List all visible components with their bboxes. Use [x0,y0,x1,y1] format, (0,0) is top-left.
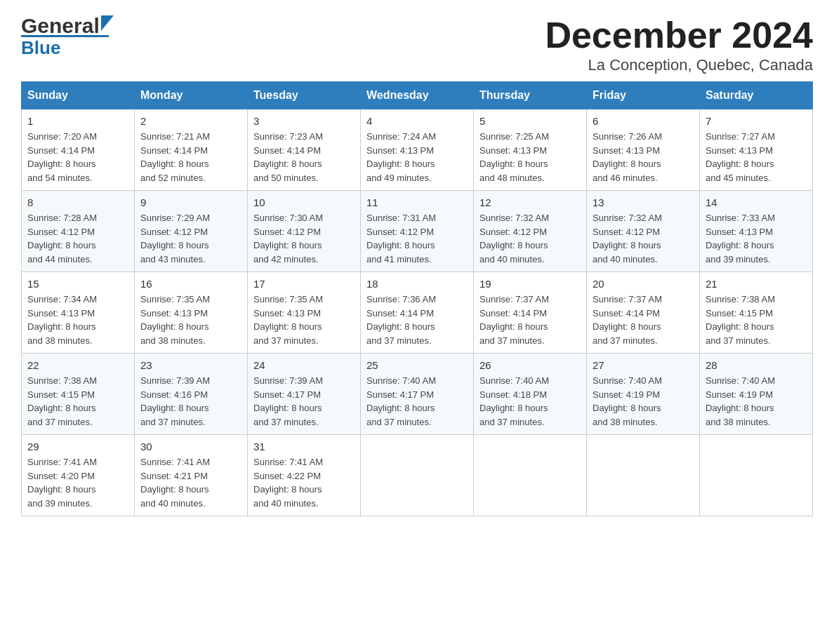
day-number: 25 [366,359,468,371]
logo: General Blue [21,14,114,59]
day-info: Sunrise: 7:21 AM Sunset: 4:14 PM Dayligh… [140,130,241,185]
header-monday: Monday [135,82,248,109]
calendar-cell: 12 Sunrise: 7:32 AM Sunset: 4:12 PM Dayl… [474,191,587,272]
day-number: 20 [593,278,694,290]
calendar-week-row: 29 Sunrise: 7:41 AM Sunset: 4:20 PM Dayl… [22,435,813,516]
calendar-cell: 6 Sunrise: 7:26 AM Sunset: 4:13 PM Dayli… [587,109,700,191]
calendar-week-row: 15 Sunrise: 7:34 AM Sunset: 4:13 PM Dayl… [22,272,813,354]
day-info: Sunrise: 7:36 AM Sunset: 4:14 PM Dayligh… [366,293,468,347]
day-number: 26 [479,359,581,371]
day-info: Sunrise: 7:41 AM Sunset: 4:22 PM Dayligh… [253,455,355,510]
calendar-cell: 25 Sunrise: 7:40 AM Sunset: 4:17 PM Dayl… [361,354,474,435]
day-number: 10 [253,196,355,208]
calendar-cell: 8 Sunrise: 7:28 AM Sunset: 4:12 PM Dayli… [22,191,135,272]
day-number: 6 [593,115,694,127]
calendar-cell: 5 Sunrise: 7:25 AM Sunset: 4:13 PM Dayli… [474,109,587,191]
calendar-cell: 17 Sunrise: 7:35 AM Sunset: 4:13 PM Dayl… [248,272,361,354]
day-number: 30 [140,441,241,452]
logo-general-text: General [21,14,100,38]
calendar-cell: 21 Sunrise: 7:38 AM Sunset: 4:15 PM Dayl… [700,272,813,354]
page-title: December 2024 [545,14,813,56]
day-info: Sunrise: 7:31 AM Sunset: 4:12 PM Dayligh… [366,211,468,266]
day-info: Sunrise: 7:38 AM Sunset: 4:15 PM Dayligh… [706,293,807,347]
day-number: 14 [706,196,807,208]
calendar-cell: 15 Sunrise: 7:34 AM Sunset: 4:13 PM Dayl… [22,272,135,354]
calendar-cell: 30 Sunrise: 7:41 AM Sunset: 4:21 PM Dayl… [135,435,248,516]
day-number: 28 [706,359,807,371]
calendar-cell: 18 Sunrise: 7:36 AM Sunset: 4:14 PM Dayl… [361,272,474,354]
calendar-cell: 9 Sunrise: 7:29 AM Sunset: 4:12 PM Dayli… [135,191,248,272]
day-info: Sunrise: 7:24 AM Sunset: 4:13 PM Dayligh… [366,130,468,185]
calendar-cell: 16 Sunrise: 7:35 AM Sunset: 4:13 PM Dayl… [135,272,248,354]
day-info: Sunrise: 7:33 AM Sunset: 4:13 PM Dayligh… [706,211,807,266]
calendar-cell: 19 Sunrise: 7:37 AM Sunset: 4:14 PM Dayl… [474,272,587,354]
day-number: 1 [27,115,128,127]
day-info: Sunrise: 7:40 AM Sunset: 4:19 PM Dayligh… [706,374,807,429]
calendar-cell [474,435,587,516]
day-info: Sunrise: 7:41 AM Sunset: 4:20 PM Dayligh… [27,455,128,510]
day-number: 9 [140,196,241,208]
calendar-cell: 4 Sunrise: 7:24 AM Sunset: 4:13 PM Dayli… [361,109,474,191]
day-info: Sunrise: 7:20 AM Sunset: 4:14 PM Dayligh… [27,130,128,185]
svg-marker-0 [101,15,114,31]
day-number: 15 [27,278,128,290]
calendar-cell: 22 Sunrise: 7:38 AM Sunset: 4:15 PM Dayl… [22,354,135,435]
day-number: 22 [27,359,128,371]
day-number: 29 [27,441,128,452]
day-info: Sunrise: 7:30 AM Sunset: 4:12 PM Dayligh… [253,211,355,266]
calendar-cell: 29 Sunrise: 7:41 AM Sunset: 4:20 PM Dayl… [22,435,135,516]
title-section: December 2024 La Conception, Quebec, Can… [545,14,813,74]
page-subtitle: La Conception, Quebec, Canada [545,56,813,74]
calendar-week-row: 22 Sunrise: 7:38 AM Sunset: 4:15 PM Dayl… [22,354,813,435]
day-info: Sunrise: 7:23 AM Sunset: 4:14 PM Dayligh… [253,130,355,185]
day-number: 23 [140,359,241,371]
day-info: Sunrise: 7:35 AM Sunset: 4:13 PM Dayligh… [253,293,355,347]
header-sunday: Sunday [22,82,135,109]
day-number: 24 [253,359,355,371]
day-info: Sunrise: 7:32 AM Sunset: 4:12 PM Dayligh… [593,211,694,266]
calendar-cell: 7 Sunrise: 7:27 AM Sunset: 4:13 PM Dayli… [700,109,813,191]
calendar-cell: 10 Sunrise: 7:30 AM Sunset: 4:12 PM Dayl… [248,191,361,272]
calendar-cell [700,435,813,516]
day-number: 12 [479,196,581,208]
calendar-cell: 14 Sunrise: 7:33 AM Sunset: 4:13 PM Dayl… [700,191,813,272]
day-info: Sunrise: 7:37 AM Sunset: 4:14 PM Dayligh… [479,293,581,347]
calendar-cell: 1 Sunrise: 7:20 AM Sunset: 4:14 PM Dayli… [22,109,135,191]
header-saturday: Saturday [700,82,813,109]
logo-blue-text: Blue [21,37,60,59]
day-info: Sunrise: 7:37 AM Sunset: 4:14 PM Dayligh… [593,293,694,347]
day-info: Sunrise: 7:32 AM Sunset: 4:12 PM Dayligh… [479,211,581,266]
header-wednesday: Wednesday [361,82,474,109]
calendar-cell: 11 Sunrise: 7:31 AM Sunset: 4:12 PM Dayl… [361,191,474,272]
day-number: 31 [253,441,355,452]
day-number: 13 [593,196,694,208]
calendar-cell: 2 Sunrise: 7:21 AM Sunset: 4:14 PM Dayli… [135,109,248,191]
day-info: Sunrise: 7:27 AM Sunset: 4:13 PM Dayligh… [706,130,807,185]
day-info: Sunrise: 7:35 AM Sunset: 4:13 PM Dayligh… [140,293,241,347]
day-number: 5 [479,115,581,127]
day-number: 17 [253,278,355,290]
calendar-cell: 31 Sunrise: 7:41 AM Sunset: 4:22 PM Dayl… [248,435,361,516]
day-number: 21 [706,278,807,290]
day-info: Sunrise: 7:28 AM Sunset: 4:12 PM Dayligh… [27,211,128,266]
day-number: 7 [706,115,807,127]
page-header: General Blue December 2024 La Conception… [21,14,813,74]
header-thursday: Thursday [474,82,587,109]
calendar-week-row: 1 Sunrise: 7:20 AM Sunset: 4:14 PM Dayli… [22,109,813,191]
calendar-cell [587,435,700,516]
day-number: 27 [593,359,694,371]
day-info: Sunrise: 7:25 AM Sunset: 4:13 PM Dayligh… [479,130,581,185]
header-tuesday: Tuesday [248,82,361,109]
header-friday: Friday [587,82,700,109]
day-info: Sunrise: 7:39 AM Sunset: 4:17 PM Dayligh… [253,374,355,429]
calendar-cell: 3 Sunrise: 7:23 AM Sunset: 4:14 PM Dayli… [248,109,361,191]
day-info: Sunrise: 7:39 AM Sunset: 4:16 PM Dayligh… [140,374,241,429]
calendar-cell [361,435,474,516]
calendar-header-row: SundayMondayTuesdayWednesdayThursdayFrid… [22,82,813,109]
calendar-cell: 23 Sunrise: 7:39 AM Sunset: 4:16 PM Dayl… [135,354,248,435]
day-info: Sunrise: 7:34 AM Sunset: 4:13 PM Dayligh… [27,293,128,347]
calendar-cell: 24 Sunrise: 7:39 AM Sunset: 4:17 PM Dayl… [248,354,361,435]
day-number: 11 [366,196,468,208]
day-number: 3 [253,115,355,127]
day-info: Sunrise: 7:40 AM Sunset: 4:17 PM Dayligh… [366,374,468,429]
